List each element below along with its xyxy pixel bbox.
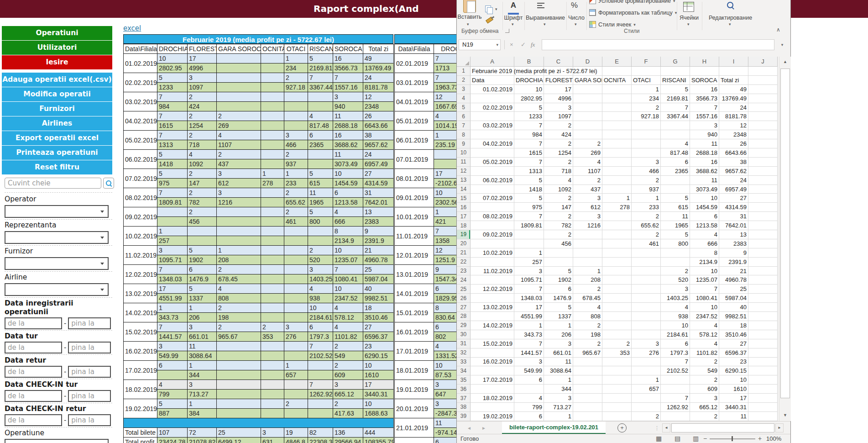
excel-cell-G6[interactable]: 3367.44 [661, 112, 690, 121]
excel-cell-J24[interactable] [748, 275, 778, 285]
excel-cell-C23[interactable]: 5 [544, 267, 573, 276]
action-button-adauga-operatii-excel-csv-[interactable]: Adauga operatii excel(.csv) [2, 73, 112, 87]
excel-cell-J32[interactable] [748, 348, 778, 358]
excel-cell-B33[interactable]: 3 [514, 358, 544, 367]
excel-cell-J11[interactable] [748, 158, 778, 167]
excel-cell-D8[interactable] [573, 130, 602, 139]
row-header-4[interactable]: 4 [457, 94, 471, 103]
excel-cell-B30[interactable]: 343.73 [514, 330, 544, 339]
excel-cell-J16[interactable] [748, 203, 778, 212]
excel-cell-C17[interactable]: 2 [544, 212, 573, 221]
excel-cell-I38[interactable]: 3440.31 [719, 403, 748, 412]
excel-cell-C19[interactable]: 2 [544, 230, 573, 239]
excel-cell-I2[interactable]: Total zi [719, 76, 748, 85]
excel-cell-C20[interactable]: 456 [544, 239, 573, 248]
table-row-tickets-15.02.2019[interactable]: 15.02.2019732236427 [124, 322, 394, 332]
table-row-tickets-16.02.2019[interactable]: 16.02.20193117223 [124, 342, 394, 351]
excel-cell-H32[interactable]: 1101.82 [690, 348, 719, 358]
excel-cell-B7[interactable]: 7 [514, 121, 544, 130]
excel-cell-J18[interactable] [748, 221, 778, 230]
excel-cell-B10[interactable]: 1615 [514, 148, 544, 158]
excel-cell-J13[interactable] [748, 176, 778, 185]
table-row-profit-18.02.2019[interactable]: 799713.271262.92665.123440.31 [124, 390, 394, 399]
formula-bar-expand-icon[interactable]: ▾ [776, 39, 788, 50]
excel-cell-B38[interactable]: 799 [514, 403, 544, 412]
cells-group-button[interactable]: Ячейки [677, 15, 701, 21]
excel-cell-B13[interactable]: 5 [514, 176, 544, 185]
excel-cell-J6[interactable] [748, 112, 778, 121]
excel-cell-D7[interactable] [573, 121, 602, 130]
table-row-tickets-18.02.2019[interactable]: 18.02.2019437317 [124, 380, 394, 390]
excel-cell-E28[interactable] [602, 312, 632, 321]
excel-cell-I16[interactable]: 4314.59 [719, 203, 748, 212]
date-from-input[interactable] [5, 366, 62, 378]
excel-cell-E30[interactable] [602, 330, 632, 339]
excel-cell-A2[interactable]: Data [471, 76, 514, 85]
table-row-profit-17.02.2019[interactable]: 3446576091610 [124, 370, 394, 380]
excel-cell-D33[interactable] [573, 358, 602, 367]
row-header-33[interactable]: 33 [457, 358, 471, 367]
excel-cell-J21[interactable] [748, 248, 778, 258]
excel-cell-J39[interactable] [748, 412, 778, 421]
zoom-slider-thumb[interactable] [732, 436, 733, 441]
excel-cell-F6[interactable]: 927.18 [632, 112, 661, 121]
excel-cell-D17[interactable]: 3 [573, 212, 602, 221]
excel-cell-E27[interactable] [602, 303, 632, 312]
excel-cell-H11[interactable]: 16 [690, 158, 719, 167]
excel-cell-D31[interactable]: 2 [573, 339, 602, 348]
sidebar-item-utilizatori[interactable]: Utilizatori [2, 41, 112, 55]
excel-cell-F25[interactable] [632, 285, 661, 294]
table-row-profit-10.02.2019[interactable]: 2572134.92391.9 [124, 236, 394, 246]
excel-cell-G38[interactable]: 1262.92 [661, 403, 690, 412]
excel-cell-I30[interactable]: 3510.46 [719, 330, 748, 339]
zoom-in-icon[interactable]: + [758, 434, 762, 443]
row-header-10[interactable]: 10 [457, 148, 471, 158]
excel-cell-C9[interactable]: 2 [544, 139, 573, 148]
row-header-23[interactable]: 23 [457, 267, 471, 276]
excel-cell-B39[interactable]: 6 [514, 412, 544, 421]
excel-cell-D39[interactable] [573, 412, 602, 421]
excel-cell-H23[interactable]: 10 [690, 267, 719, 276]
row-header-24[interactable]: 24 [457, 275, 471, 285]
excel-cell-C8[interactable]: 424 [544, 130, 573, 139]
search-input[interactable] [5, 178, 101, 189]
excel-cell-G2[interactable]: RISCANI [661, 76, 690, 85]
row-header-35[interactable]: 35 [457, 375, 471, 385]
excel-cell-B34[interactable]: 549.99 [514, 366, 544, 375]
excel-cell-C32[interactable]: 661.01 [544, 348, 573, 358]
ribbon-collapse-icon[interactable]: ∧ [776, 26, 780, 33]
excel-cell-B32[interactable]: 1441.57 [514, 348, 544, 358]
table-row-profit-14.02.2019[interactable]: 343.732061982184.61578.123510.46 [124, 313, 394, 322]
name-box[interactable]: N19 ▾ [459, 39, 501, 50]
excel-cell-E36[interactable] [602, 385, 632, 394]
excel-cell-E18[interactable] [602, 221, 632, 230]
excel-cell-H30[interactable]: 578.12 [690, 330, 719, 339]
excel-cell-D30[interactable]: 198 [573, 330, 602, 339]
excel-cell-C31[interactable]: 3 [544, 339, 573, 348]
excel-cell-E8[interactable] [602, 130, 632, 139]
excel-cell-C5[interactable]: 3 [544, 103, 573, 112]
enter-icon[interactable]: ✓ [521, 39, 526, 50]
excel-cell-H33[interactable]: 2 [690, 358, 719, 367]
filter-select-operatiune[interactable] [5, 439, 109, 443]
excel-cell-I11[interactable]: 38 [719, 158, 748, 167]
excel-cell-H24[interactable]: 1235.07 [690, 275, 719, 285]
excel-cell-H14[interactable]: 3073.49 [690, 185, 719, 194]
excel-cell-J17[interactable] [748, 212, 778, 221]
filter-select-airline[interactable] [5, 283, 109, 296]
table-row-profit-13.02.2019[interactable]: 4551.9913378089382347.529982.51 [124, 294, 394, 303]
excel-cell-I5[interactable]: 24 [719, 103, 748, 112]
editing-group-button[interactable]: Редактирование [702, 15, 759, 21]
action-button-furnizori[interactable]: Furnizori [2, 102, 112, 116]
excel-cell-F8[interactable] [632, 130, 661, 139]
table-row-tickets-09.02.2019[interactable]: 09.02.2019225413 [124, 207, 394, 217]
excel-cell-C13[interactable]: 4 [544, 176, 573, 185]
excel-cell-A36[interactable] [471, 385, 514, 394]
table-row-profit-01.02.2019[interactable]: 2802.9549962342169.813566.7313769.49 [124, 63, 394, 73]
excel-cell-F33[interactable] [632, 358, 661, 367]
excel-cell-F34[interactable] [632, 366, 661, 375]
excel-cell-B21[interactable]: 1 [514, 248, 544, 258]
excel-cell-H35[interactable]: 2 [690, 375, 719, 385]
row-header-15[interactable]: 15 [457, 194, 471, 203]
excel-cell-J26[interactable] [748, 294, 778, 303]
